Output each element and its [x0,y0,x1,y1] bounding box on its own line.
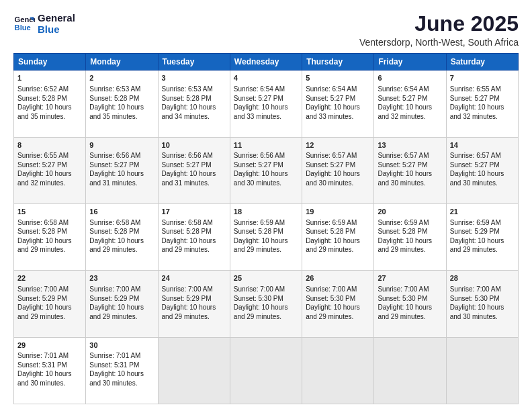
cell-text: Sunrise: 6:58 AMSunset: 5:28 PMDaylight:… [17,218,82,255]
table-row: 26Sunrise: 7:00 AMSunset: 5:30 PMDayligh… [302,271,374,337]
table-row: 13Sunrise: 6:57 AMSunset: 5:27 PMDayligh… [374,137,446,203]
cell-text: Sunrise: 6:52 AMSunset: 5:28 PMDaylight:… [17,85,82,121]
table-row: 7Sunrise: 6:55 AMSunset: 5:27 PMDaylight… [446,71,518,137]
calendar-body: 1Sunrise: 6:52 AMSunset: 5:28 PMDaylight… [14,71,519,404]
day-number: 2 [89,73,154,83]
cell-text: Sunrise: 6:58 AMSunset: 5:28 PMDaylight:… [162,218,226,255]
table-row: 23Sunrise: 7:00 AMSunset: 5:29 PMDayligh… [86,271,158,337]
day-number: 4 [234,73,298,83]
day-number: 19 [306,207,370,217]
table-row: 27Sunrise: 7:00 AMSunset: 5:30 PMDayligh… [374,271,446,337]
calendar-table: SundayMondayTuesdayWednesdayThursdayFrid… [13,53,519,404]
table-row: 24Sunrise: 7:00 AMSunset: 5:29 PMDayligh… [158,271,230,337]
table-row: 6Sunrise: 6:54 AMSunset: 5:27 PMDaylight… [374,71,446,137]
day-number: 16 [89,207,154,217]
table-row: 20Sunrise: 6:59 AMSunset: 5:28 PMDayligh… [374,203,446,270]
cell-text: Sunrise: 7:01 AMSunset: 5:31 PMDaylight:… [17,351,82,387]
day-number: 21 [450,207,515,217]
table-row: 12Sunrise: 6:57 AMSunset: 5:27 PMDayligh… [302,137,374,203]
table-row: 28Sunrise: 7:00 AMSunset: 5:30 PMDayligh… [446,271,518,337]
cell-text: Sunrise: 6:54 AMSunset: 5:27 PMDaylight:… [234,85,298,121]
cell-text: Sunrise: 7:00 AMSunset: 5:29 PMDaylight:… [162,285,226,321]
day-number: 25 [234,273,298,283]
day-number: 27 [378,273,442,283]
table-row: 22Sunrise: 7:00 AMSunset: 5:29 PMDayligh… [14,271,86,337]
day-number: 12 [306,140,370,150]
day-number: 22 [17,273,82,283]
table-row [446,337,518,404]
cell-text: Sunrise: 7:00 AMSunset: 5:30 PMDaylight:… [450,285,515,321]
weekday-header-row: SundayMondayTuesdayWednesdayThursdayFrid… [14,54,519,71]
logo-general: General [38,12,75,24]
day-number: 11 [234,140,298,150]
day-number: 14 [450,140,515,150]
table-row: 9Sunrise: 6:56 AMSunset: 5:27 PMDaylight… [86,137,158,203]
header: General Blue General Blue June 2025 Vent… [13,12,519,48]
cell-text: Sunrise: 7:00 AMSunset: 5:30 PMDaylight:… [378,285,442,321]
table-row: 21Sunrise: 6:59 AMSunset: 5:29 PMDayligh… [446,203,518,270]
day-number: 1 [17,73,82,83]
day-number: 29 [17,340,82,351]
day-number: 30 [89,340,154,351]
table-row: 15Sunrise: 6:58 AMSunset: 5:28 PMDayligh… [14,203,86,270]
table-row: 4Sunrise: 6:54 AMSunset: 5:27 PMDaylight… [230,71,302,137]
cell-text: Sunrise: 7:00 AMSunset: 5:30 PMDaylight:… [306,285,370,321]
week-row-3: 15Sunrise: 6:58 AMSunset: 5:28 PMDayligh… [14,203,519,270]
table-row: 11Sunrise: 6:56 AMSunset: 5:27 PMDayligh… [230,137,302,203]
week-row-2: 8Sunrise: 6:55 AMSunset: 5:27 PMDaylight… [14,137,519,203]
table-row: 18Sunrise: 6:59 AMSunset: 5:28 PMDayligh… [230,203,302,270]
cell-text: Sunrise: 6:59 AMSunset: 5:28 PMDaylight:… [234,218,298,255]
table-row: 16Sunrise: 6:58 AMSunset: 5:28 PMDayligh… [86,203,158,270]
day-number: 28 [450,273,515,283]
table-row: 1Sunrise: 6:52 AMSunset: 5:28 PMDaylight… [14,71,86,137]
day-number: 26 [306,273,370,283]
logo: General Blue General Blue [13,12,75,36]
table-row: 17Sunrise: 6:58 AMSunset: 5:28 PMDayligh… [158,203,230,270]
week-row-4: 22Sunrise: 7:00 AMSunset: 5:29 PMDayligh… [14,271,519,337]
table-row: 19Sunrise: 6:59 AMSunset: 5:28 PMDayligh… [302,203,374,270]
cell-text: Sunrise: 6:55 AMSunset: 5:27 PMDaylight:… [17,151,82,187]
day-number: 15 [17,207,82,217]
cell-text: Sunrise: 6:58 AMSunset: 5:28 PMDaylight:… [89,218,154,255]
table-row [374,337,446,404]
cell-text: Sunrise: 6:57 AMSunset: 5:27 PMDaylight:… [378,151,442,187]
day-number: 13 [378,140,442,150]
day-number: 20 [378,207,442,217]
table-row: 29Sunrise: 7:01 AMSunset: 5:31 PMDayligh… [14,337,86,404]
cell-text: Sunrise: 7:00 AMSunset: 5:29 PMDaylight:… [89,285,154,321]
day-number: 24 [162,273,226,283]
cell-text: Sunrise: 6:57 AMSunset: 5:27 PMDaylight:… [450,151,515,187]
table-row: 5Sunrise: 6:54 AMSunset: 5:27 PMDaylight… [302,71,374,137]
table-row: 3Sunrise: 6:53 AMSunset: 5:28 PMDaylight… [158,71,230,137]
cell-text: Sunrise: 6:57 AMSunset: 5:27 PMDaylight:… [306,151,370,187]
day-number: 18 [234,207,298,217]
table-row [230,337,302,404]
cell-text: Sunrise: 6:56 AMSunset: 5:27 PMDaylight:… [234,151,298,187]
day-number: 23 [89,273,154,283]
title-block: June 2025 Ventersdorp, North-West, South… [359,12,519,48]
cell-text: Sunrise: 6:59 AMSunset: 5:28 PMDaylight:… [378,218,442,255]
day-number: 5 [306,73,370,83]
cell-text: Sunrise: 6:54 AMSunset: 5:27 PMDaylight:… [378,85,442,121]
table-row: 2Sunrise: 6:53 AMSunset: 5:28 PMDaylight… [86,71,158,137]
table-row [158,337,230,404]
weekday-sunday: Sunday [14,54,86,71]
svg-text:General: General [15,16,35,24]
weekday-wednesday: Wednesday [230,54,302,71]
logo-icon: General Blue [13,13,35,34]
cell-text: Sunrise: 7:01 AMSunset: 5:31 PMDaylight:… [89,351,154,387]
table-row: 8Sunrise: 6:55 AMSunset: 5:27 PMDaylight… [14,137,86,203]
week-row-1: 1Sunrise: 6:52 AMSunset: 5:28 PMDaylight… [14,71,519,137]
day-number: 7 [450,73,515,83]
weekday-saturday: Saturday [446,54,518,71]
month-title: June 2025 [359,12,519,36]
cell-text: Sunrise: 7:00 AMSunset: 5:29 PMDaylight:… [17,285,82,321]
cell-text: Sunrise: 6:53 AMSunset: 5:28 PMDaylight:… [162,85,226,121]
day-number: 17 [162,207,226,217]
calendar-page: General Blue General Blue June 2025 Vent… [0,0,532,411]
svg-text:Blue: Blue [15,24,31,32]
weekday-friday: Friday [374,54,446,71]
day-number: 10 [162,140,226,150]
cell-text: Sunrise: 6:54 AMSunset: 5:27 PMDaylight:… [306,85,370,121]
table-row: 30Sunrise: 7:01 AMSunset: 5:31 PMDayligh… [86,337,158,404]
